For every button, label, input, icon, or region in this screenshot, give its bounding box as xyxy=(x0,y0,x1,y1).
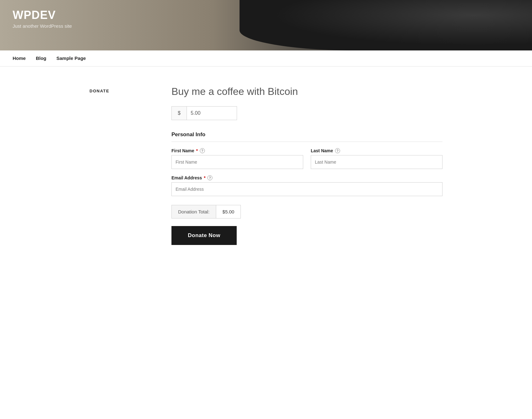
donation-total-row: Donation Total: $5.00 xyxy=(171,205,241,218)
header-text: WPDEV Just another WordPress site xyxy=(13,9,72,29)
donate-form-area: Buy me a coffee with Bitcoin $ Personal … xyxy=(171,85,442,245)
currency-symbol: $ xyxy=(171,106,187,120)
form-title: Buy me a coffee with Bitcoin xyxy=(171,85,442,97)
email-help-icon: ? xyxy=(207,175,212,180)
nav-link-home[interactable]: Home xyxy=(13,55,26,61)
first-name-group: First Name * ? xyxy=(171,148,303,169)
nav-item-blog[interactable]: Blog xyxy=(36,55,46,61)
main-content: DONATE Buy me a coffee with Bitcoin $ Pe… xyxy=(77,67,455,264)
name-fields-row: First Name * ? Last Name ? xyxy=(171,148,442,169)
first-name-required: * xyxy=(196,148,198,153)
nav-item-sample[interactable]: Sample Page xyxy=(56,55,86,61)
amount-input[interactable] xyxy=(187,106,237,120)
email-required: * xyxy=(204,175,205,180)
last-name-group: Last Name ? xyxy=(311,148,442,169)
site-header: WPDEV Just another WordPress site xyxy=(0,0,532,50)
last-name-help-icon: ? xyxy=(335,148,340,153)
amount-row: $ xyxy=(171,106,442,120)
first-name-help-icon: ? xyxy=(200,148,205,153)
nav-list: Home Blog Sample Page xyxy=(13,50,519,66)
first-name-label: First Name * ? xyxy=(171,148,303,153)
site-nav: Home Blog Sample Page xyxy=(0,50,532,67)
donate-button-label: Donate Now xyxy=(188,232,220,238)
personal-info-heading: Personal Info xyxy=(171,131,442,142)
nav-link-blog[interactable]: Blog xyxy=(36,55,46,61)
sidebar: DONATE xyxy=(90,85,153,245)
donate-now-button[interactable]: Donate Now xyxy=(171,226,237,245)
site-tagline: Just another WordPress site xyxy=(13,23,72,29)
email-label-text: Email Address xyxy=(171,175,202,180)
total-value: $5.00 xyxy=(216,205,241,218)
email-input[interactable] xyxy=(171,182,442,196)
last-name-label: Last Name ? xyxy=(311,148,442,153)
sidebar-label: DONATE xyxy=(90,89,109,93)
first-name-input[interactable] xyxy=(171,155,303,169)
email-row: Email Address * ? xyxy=(171,175,442,196)
personal-info-section: Personal Info First Name * ? Last Name ? xyxy=(171,131,442,196)
nav-item-home[interactable]: Home xyxy=(13,55,26,61)
total-label: Donation Total: xyxy=(172,205,216,218)
email-label: Email Address * ? xyxy=(171,175,442,180)
first-name-label-text: First Name xyxy=(171,148,194,153)
last-name-input[interactable] xyxy=(311,155,442,169)
last-name-label-text: Last Name xyxy=(311,148,333,153)
site-title: WPDEV xyxy=(13,9,72,21)
nav-link-sample[interactable]: Sample Page xyxy=(56,55,86,61)
